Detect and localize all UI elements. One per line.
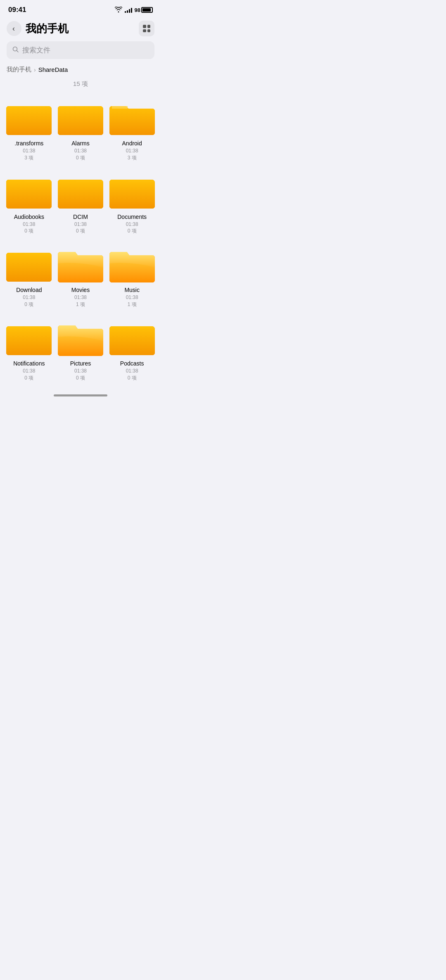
folder-time: 01:381 项 — [126, 294, 138, 308]
folder-name: Music — [124, 287, 140, 293]
folder-icon — [109, 173, 155, 210]
back-icon: ‹ — [12, 24, 15, 33]
search-icon — [12, 46, 19, 55]
search-bar[interactable]: 搜索文件 — [7, 41, 154, 59]
folder-item[interactable]: DCIM01:380 项 — [55, 170, 107, 240]
folder-icon — [58, 173, 103, 210]
folder-item[interactable]: Documents01:380 项 — [106, 170, 158, 240]
folder-icon — [109, 100, 155, 137]
folder-item[interactable]: Audiobooks01:380 项 — [3, 170, 55, 240]
signal-icon — [125, 7, 132, 13]
folder-time: 01:380 项 — [74, 221, 87, 235]
status-bar: 09:41 98 — [0, 0, 161, 17]
folder-item[interactable]: Pictures01:380 项 — [55, 316, 107, 387]
item-count: 15 项 — [0, 80, 161, 88]
status-time: 09:41 — [8, 6, 26, 14]
folder-name: Download — [16, 287, 42, 293]
breadcrumb-current: ShareData — [38, 66, 68, 73]
folder-name: Documents — [117, 214, 147, 220]
folder-item[interactable]: Alarms01:380 项 — [55, 96, 107, 166]
folder-name: Audiobooks — [14, 214, 44, 220]
folder-icon — [6, 320, 52, 357]
battery-percent: 98 — [135, 7, 140, 13]
back-button[interactable]: ‹ — [7, 21, 21, 36]
folder-item[interactable]: Movies01:381 项 — [55, 243, 107, 313]
folder-grid: .transforms01:383 项 Alarms01:380 项 — [0, 96, 161, 386]
folder-time: 01:380 项 — [23, 294, 35, 308]
search-placeholder: 搜索文件 — [22, 45, 50, 55]
folder-time: 01:380 项 — [23, 368, 35, 382]
folder-time: 01:380 项 — [74, 147, 87, 161]
breadcrumb-root[interactable]: 我的手机 — [7, 66, 31, 74]
folder-name: Alarms — [71, 140, 90, 147]
folder-time: 01:383 项 — [126, 147, 138, 161]
breadcrumb-separator: › — [34, 66, 36, 73]
folder-time: 01:381 项 — [74, 294, 87, 308]
battery-icon: 98 — [135, 7, 153, 13]
folder-name: .transforms — [14, 140, 43, 147]
folder-icon — [6, 246, 52, 283]
status-icons: 98 — [115, 7, 153, 14]
folder-name: Movies — [71, 287, 90, 293]
folder-name: Pictures — [70, 360, 91, 367]
folder-name: DCIM — [73, 214, 88, 220]
folder-time: 01:380 项 — [126, 368, 138, 382]
folder-item[interactable]: Android01:383 项 — [106, 96, 158, 166]
folder-item[interactable]: Notifications01:380 项 — [3, 316, 55, 387]
page-title: 我的手机 — [26, 21, 139, 36]
folder-item[interactable]: Download01:380 项 — [3, 243, 55, 313]
folder-icon — [109, 320, 155, 357]
folder-item[interactable]: .transforms01:383 项 — [3, 96, 55, 166]
folder-icon — [58, 100, 103, 137]
search-container: 搜索文件 — [0, 41, 161, 64]
folder-item[interactable]: Podcasts01:380 项 — [106, 316, 158, 387]
folder-icon — [58, 320, 103, 357]
folder-name: Podcasts — [120, 360, 144, 367]
grid-view-button[interactable] — [139, 21, 154, 36]
folder-time: 01:380 项 — [74, 368, 87, 382]
breadcrumb: 我的手机 › ShareData — [0, 64, 161, 80]
svg-rect-5 — [112, 106, 128, 109]
folder-icon — [6, 173, 52, 210]
folder-name: Notifications — [13, 360, 45, 367]
folder-time: 01:380 项 — [23, 221, 35, 235]
grid-icon — [143, 25, 150, 32]
folder-icon — [6, 100, 52, 137]
header: ‹ 我的手机 — [0, 17, 161, 41]
folder-item[interactable]: Music01:381 项 — [106, 243, 158, 313]
folder-time: 01:383 项 — [23, 147, 35, 161]
folder-name: Android — [122, 140, 142, 147]
folder-time: 01:380 项 — [126, 221, 138, 235]
folder-icon — [109, 246, 155, 283]
home-indicator — [54, 394, 107, 396]
wifi-icon — [115, 7, 122, 14]
folder-icon — [58, 246, 103, 283]
bottom-bar — [0, 389, 161, 400]
